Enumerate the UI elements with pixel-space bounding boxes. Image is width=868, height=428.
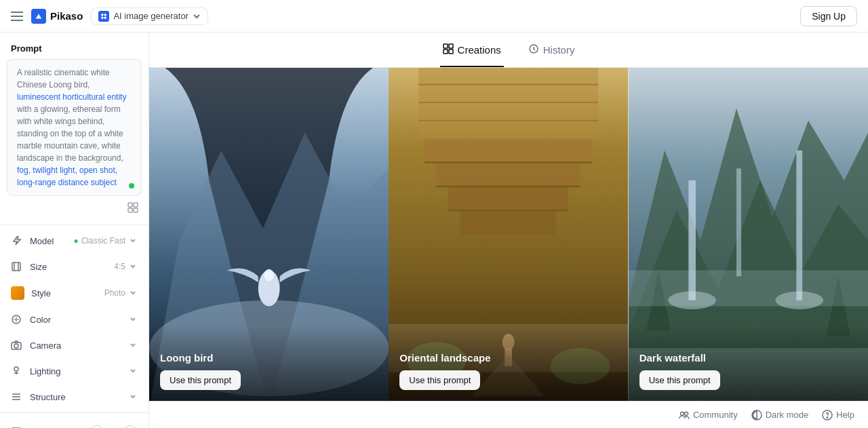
content-area: Creations History — [149, 33, 868, 428]
main-layout: Prompt A realistic cinematic white Chine… — [0, 33, 868, 428]
dark-mode-toggle[interactable]: Dark mode — [751, 410, 809, 421]
gallery-item-oriental[interactable]: Oriental landscape Use this prompt — [389, 68, 628, 401]
svg-rect-4 — [128, 203, 132, 207]
gallery-overlay-oriental: Oriental landscape Use this prompt — [389, 325, 628, 401]
gallery-overlay-loong: Loong bird Use this prompt — [149, 325, 389, 401]
bottom-bar: Community Dark mode Help — [149, 401, 868, 428]
style-label: Style — [31, 288, 51, 298]
history-icon — [528, 43, 539, 56]
help-label: Help — [836, 410, 854, 420]
use-prompt-loong[interactable]: Use this prompt — [160, 370, 241, 390]
svg-point-22 — [264, 269, 274, 281]
gallery-item-loong-bird[interactable]: Loong bird Use this prompt — [149, 68, 389, 401]
lightning-icon — [11, 235, 23, 247]
svg-point-11 — [14, 344, 18, 348]
svg-rect-18 — [449, 50, 453, 54]
structure-setting[interactable]: Structure — [0, 384, 149, 410]
tool-label: AI image generator — [113, 11, 189, 21]
svg-point-50 — [684, 412, 688, 415]
signup-button[interactable]: Sign Up — [800, 6, 857, 26]
help-link[interactable]: Help — [822, 410, 854, 421]
color-label: Color — [30, 315, 51, 325]
prompt-content: A realistic cinematic white Chinese Loon… — [17, 68, 126, 187]
dark-mode-label: Dark mode — [766, 410, 809, 420]
structure-icon — [11, 391, 23, 403]
svg-point-49 — [680, 412, 684, 415]
images-increment[interactable]: + — [123, 425, 138, 428]
lighting-setting[interactable]: Lighting — [0, 358, 149, 384]
aspect-ratio-icon — [11, 260, 23, 273]
svg-rect-1 — [104, 14, 106, 16]
hamburger-menu[interactable] — [11, 12, 23, 21]
color-chevron — [128, 315, 138, 324]
svg-rect-30 — [437, 163, 580, 187]
prompt-status-dot — [129, 183, 134, 189]
tab-history[interactable]: History — [526, 34, 578, 67]
svg-rect-2 — [102, 16, 104, 18]
tabs-bar: Creations History — [149, 33, 868, 68]
community-label: Community — [693, 410, 738, 420]
style-value: Photo — [104, 288, 125, 298]
model-label: Model — [30, 236, 54, 246]
svg-rect-44 — [736, 168, 741, 276]
lighting-label: Lighting — [30, 366, 61, 376]
grid-icon — [443, 43, 454, 56]
style-setting[interactable]: Style Photo — [0, 279, 149, 307]
community-link[interactable]: Community — [679, 410, 738, 421]
tab-creations[interactable]: Creations — [440, 34, 504, 67]
model-value: ● — [73, 236, 78, 246]
svg-rect-0 — [102, 14, 104, 16]
gallery: Loong bird Use this prompt — [149, 68, 868, 401]
prompt-icons — [0, 201, 149, 214]
prompt-text[interactable]: A realistic cinematic white Chinese Loon… — [7, 59, 142, 196]
lighting-icon — [11, 365, 23, 377]
size-chevron — [128, 262, 138, 271]
camera-label: Camera — [30, 341, 61, 351]
svg-rect-8 — [12, 262, 20, 271]
camera-chevron — [128, 341, 138, 350]
sidebar: Prompt A realistic cinematic white Chine… — [0, 33, 149, 428]
nav-left: Pikaso AI image generator — [11, 7, 208, 25]
history-tab-label: History — [543, 44, 575, 56]
camera-setting[interactable]: Camera — [0, 332, 149, 358]
top-navigation: Pikaso AI image generator Sign Up — [0, 0, 868, 33]
camera-icon — [11, 339, 23, 351]
color-setting[interactable]: Color — [0, 307, 149, 332]
gallery-title-oriental: Oriental landscape — [399, 352, 617, 364]
size-value: 4:5 — [114, 262, 125, 271]
lighting-chevron — [128, 366, 138, 376]
svg-rect-47 — [629, 271, 868, 307]
use-prompt-waterfall[interactable]: Use this prompt — [639, 370, 720, 390]
model-chevron — [128, 236, 138, 246]
prompt-label: Prompt — [0, 43, 149, 54]
brand: Pikaso — [31, 9, 83, 24]
settings-divider — [0, 225, 149, 225]
size-setting[interactable]: Size 4:5 — [0, 254, 149, 279]
gallery-overlay-waterfall: Dark waterfall Use this prompt — [629, 325, 868, 401]
svg-point-12 — [14, 367, 18, 371]
images-decrement[interactable]: − — [90, 425, 104, 428]
svg-rect-17 — [443, 50, 448, 54]
images-row: Images − 4 + — [0, 419, 149, 428]
svg-rect-16 — [449, 44, 453, 48]
model-setting[interactable]: Model ● Classic Fast — [0, 228, 149, 254]
svg-rect-25 — [418, 68, 598, 138]
svg-rect-3 — [104, 16, 106, 18]
gallery-item-waterfall[interactable]: Dark waterfall Use this prompt — [629, 68, 868, 401]
tool-selector[interactable]: AI image generator — [91, 7, 208, 25]
brand-name: Pikaso — [50, 10, 83, 22]
svg-rect-6 — [128, 208, 132, 212]
svg-rect-31 — [449, 187, 569, 210]
structure-label: Structure — [30, 392, 66, 402]
creations-tab-label: Creations — [458, 44, 501, 56]
svg-rect-29 — [425, 138, 592, 162]
svg-rect-7 — [134, 208, 138, 212]
size-label: Size — [30, 262, 47, 272]
style-chevron — [128, 288, 138, 298]
svg-rect-32 — [460, 210, 556, 234]
images-divider — [0, 412, 149, 413]
use-prompt-oriental[interactable]: Use this prompt — [399, 370, 480, 390]
color-icon — [11, 313, 23, 326]
gallery-title-loong: Loong bird — [160, 352, 378, 364]
model-value-text: Classic Fast — [81, 236, 125, 246]
